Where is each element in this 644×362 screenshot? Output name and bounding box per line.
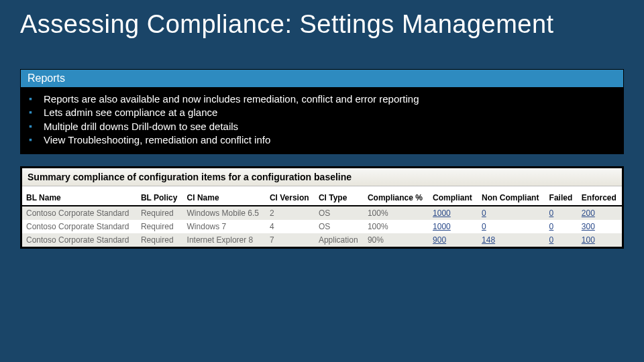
col-failed: Failed [545, 186, 578, 206]
cell-noncompliant[interactable]: 148 [478, 233, 545, 247]
list-item: Reports are also available and now inclu… [29, 93, 615, 106]
compliance-table: BL Name BL Policy CI Name CI Version CI … [22, 186, 622, 247]
cell-compliant[interactable]: 1000 [429, 206, 478, 220]
cell-enforced[interactable]: 300 [578, 220, 622, 233]
col-enforced: Enforced [578, 186, 622, 206]
col-compliance: Compliance % [364, 186, 429, 206]
table-header-row: BL Name BL Policy CI Name CI Version CI … [22, 186, 622, 206]
slide-title: Assessing Compliance: Settings Managemen… [20, 10, 624, 39]
cell-failed[interactable]: 0 [545, 220, 578, 233]
cell-ciname: Internet Explorer 8 [183, 233, 266, 247]
cell-noncompliant[interactable]: 0 [478, 206, 545, 220]
reports-body: Reports are also available and now inclu… [21, 87, 623, 154]
cell-blname: Contoso Corporate Standard [22, 206, 137, 220]
reports-list: Reports are also available and now inclu… [29, 93, 615, 147]
col-civersion: CI Version [266, 186, 315, 206]
cell-noncompliant[interactable]: 0 [478, 220, 545, 233]
col-blpolicy: BL Policy [137, 186, 183, 206]
cell-enforced[interactable]: 200 [578, 206, 622, 220]
cell-enforced[interactable]: 100 [578, 233, 622, 247]
list-item: Multiple drill downs Drill-down to see d… [29, 120, 615, 133]
cell-compliance: 100% [364, 206, 429, 220]
table-row: Contoso Corporate Standard Required Wind… [22, 206, 622, 220]
col-compliant: Compliant [429, 186, 478, 206]
list-item: View Troubleshooting, remediation and co… [29, 133, 615, 147]
cell-civersion: 4 [266, 220, 315, 233]
cell-ciname: Windows Mobile 6.5 [183, 206, 266, 220]
col-ciname: CI Name [183, 186, 266, 206]
table-row: Contoso Corporate Standard Required Wind… [22, 220, 622, 233]
cell-citype: OS [315, 206, 364, 220]
reports-panel: Reports Reports are also available and n… [20, 69, 624, 154]
cell-citype: Application [315, 233, 364, 247]
cell-compliant[interactable]: 900 [429, 233, 478, 247]
report-table-title: Summary compliance of configuration item… [22, 168, 622, 186]
list-item: Lets admin see compliance at a glance [29, 106, 615, 119]
cell-compliance: 90% [364, 233, 429, 247]
cell-compliance: 100% [364, 220, 429, 233]
col-noncompliant: Non Compliant [478, 186, 545, 206]
cell-blpolicy: Required [137, 220, 183, 233]
cell-civersion: 2 [266, 206, 315, 220]
cell-blpolicy: Required [137, 233, 183, 247]
cell-failed[interactable]: 0 [545, 233, 578, 247]
cell-ciname: Windows 7 [183, 220, 266, 233]
cell-blpolicy: Required [137, 206, 183, 220]
report-screenshot: Summary compliance of configuration item… [20, 166, 624, 249]
cell-compliant[interactable]: 1000 [429, 220, 478, 233]
cell-failed[interactable]: 0 [545, 206, 578, 220]
cell-citype: OS [315, 220, 364, 233]
cell-blname: Contoso Corporate Standard [22, 220, 137, 233]
cell-blname: Contoso Corporate Standard [22, 233, 137, 247]
cell-civersion: 7 [266, 233, 315, 247]
col-blname: BL Name [22, 186, 137, 206]
slide: Assessing Compliance: Settings Managemen… [0, 0, 644, 362]
reports-header: Reports [21, 70, 623, 87]
col-citype: CI Type [315, 186, 364, 206]
table-row: Contoso Corporate Standard Required Inte… [22, 233, 622, 247]
